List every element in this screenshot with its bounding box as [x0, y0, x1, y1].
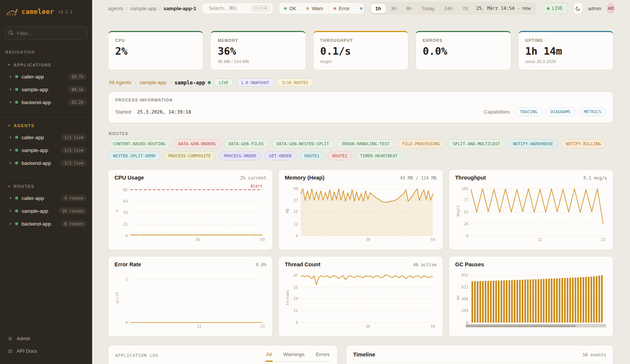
route-chip-route2[interactable]: ROUTE2	[327, 151, 352, 160]
metric-card-uptime[interactable]: UPTIME1h 14msince 25.3.2026	[518, 31, 613, 70]
log-tab-warnings[interactable]: Warnings	[283, 352, 306, 362]
status-filter-running[interactable]: Running	[355, 3, 364, 14]
time-range-7d[interactable]: 7d	[458, 4, 472, 13]
application-log-card: APPLICATION LOG AllWarningsErrors	[108, 345, 338, 364]
avatar[interactable]: AD	[607, 3, 615, 14]
chart-plot: 473524120threads3059	[285, 269, 437, 330]
log-tab-errors[interactable]: Errors	[315, 352, 330, 362]
chart-card-gc-pauses: GC Pauses8156114082040ms2025032514392025…	[449, 256, 613, 337]
sidebar-item-caller-app[interactable]: caller-app4 routes	[0, 192, 92, 204]
route-chip-file-processing[interactable]: FILE-PROCESSING	[397, 139, 445, 148]
time-dash: —	[517, 6, 520, 11]
route-chip-split-and-multicast[interactable]: SPLIT-AND-MULTICAST	[448, 139, 505, 148]
metric-card-memory[interactable]: MEMORY36%45 MB / 124 MB	[210, 31, 306, 70]
time-range-6h[interactable]: 6h	[401, 4, 416, 13]
capability-pill-tracing: TRACING	[515, 108, 542, 116]
sidebar-item-backend-app[interactable]: backend-app32.2k	[0, 96, 92, 109]
global-search[interactable]: Ctrl+K	[202, 3, 273, 14]
route-chip-timer-heartbeat[interactable]: TIMER-HEARTBEAT	[355, 151, 402, 160]
breadcrumb-item[interactable]: sample-app	[130, 6, 157, 11]
time-range-24h[interactable]: 24h	[440, 4, 457, 13]
metric-subtext: msg/s	[320, 59, 401, 64]
app-logo[interactable]: cameleer v3.2.1	[0, 0, 92, 23]
breadcrumb: agents/sample-app/sample-app-1	[108, 6, 196, 11]
sidebar-section-routes: ROUTEScaller-app4 routessample-app16 rou…	[0, 178, 92, 235]
time-range-3h[interactable]: 3h	[386, 4, 401, 13]
agent-link[interactable]: All Agents	[109, 80, 131, 85]
user-name[interactable]: admin	[588, 6, 601, 11]
svg-text:12: 12	[197, 324, 202, 329]
sidebar-section-header-routes[interactable]: ROUTES	[0, 182, 92, 192]
sidebar-item-backend-app[interactable]: backend-app1/1 live	[0, 157, 92, 169]
route-chip-notify-warehouse[interactable]: NOTIFY-WAREHOUSE	[508, 139, 558, 148]
sidebar-item-label: sample-app	[22, 87, 65, 92]
search-icon	[8, 30, 14, 35]
route-chip-list: CONTENT-BASED-ROUTINGDATA-GEN-ORDERSDATA…	[108, 139, 613, 160]
status-filter-error[interactable]: Error	[328, 3, 355, 14]
route-chip-data-gen-nested-split[interactable]: DATA-GEN-NESTED-SPLIT	[272, 139, 334, 148]
sidebar-item-sample-app[interactable]: sample-app16 routes	[0, 204, 92, 217]
sidebar-section-title: ROUTES	[14, 184, 34, 189]
svg-text:85: 85	[123, 188, 128, 192]
route-chip-data-gen-files[interactable]: DATA-GEN-FILES	[224, 139, 269, 148]
route-chip-get-order[interactable]: GET-ORDER	[264, 151, 296, 160]
sidebar-item-badge: 6 routes	[61, 220, 87, 227]
sidebar-item-backend-app[interactable]: backend-app6 routes	[0, 217, 92, 230]
application-log-title: APPLICATION LOG	[115, 353, 158, 362]
sidebar-item-admin[interactable]: Admin	[0, 332, 92, 345]
status-filter-ok[interactable]: OK	[279, 3, 301, 14]
sidebar-item-caller-app[interactable]: caller-app10.7k	[0, 70, 92, 83]
app-name: cameleer	[22, 8, 54, 15]
route-chip-route1[interactable]: ROUTE1	[300, 151, 324, 160]
chart-svg: 493725120MB3059	[285, 182, 437, 243]
chart-title: CPU Usage	[114, 175, 144, 181]
search-input[interactable]	[209, 6, 248, 11]
route-chip-nested-split-demo[interactable]: NESTED-SPLIT-DEMO	[108, 151, 161, 160]
sidebar-item-label: caller-app	[22, 195, 57, 201]
sidebar-footer-label: API Docs	[17, 348, 37, 354]
route-chip-error-handling-test[interactable]: ERROR-HANDLING-TEST	[337, 139, 394, 148]
time-range-today[interactable]: Today	[417, 4, 439, 13]
svg-text:ms: ms	[456, 295, 460, 300]
svg-text:12: 12	[293, 309, 298, 313]
sidebar-item-badge: 1/1 live	[61, 134, 87, 141]
route-chip-data-gen-orders[interactable]: DATA-GEN-ORDERS	[173, 139, 221, 148]
log-tab-all[interactable]: All	[266, 352, 273, 362]
time-from: 25. März 14:54	[476, 6, 514, 11]
metric-card-throughput[interactable]: THROUGHPUT0.1/smsg/s	[313, 31, 408, 70]
agent-link[interactable]: sample-app	[140, 80, 167, 85]
metric-card-cpu[interactable]: CPU2%	[108, 31, 203, 70]
route-chip-process-composite[interactable]: PROCESS-COMPOSITE	[164, 151, 216, 160]
metric-label: ERRORS	[423, 38, 503, 43]
breadcrumb-item[interactable]: agents	[108, 6, 124, 11]
chevron-down-icon	[8, 125, 11, 127]
sidebar-item-sample-app[interactable]: sample-app84.1k	[0, 83, 92, 96]
svg-text:1: 1	[125, 277, 128, 281]
sidebar-item-sample-app[interactable]: sample-app1/1 live	[0, 144, 92, 157]
chevron-down-icon	[8, 64, 11, 66]
timeline-events-count: 50 events	[583, 352, 606, 358]
chevron-down-icon	[8, 186, 11, 187]
status-filter-warn[interactable]: Warn	[301, 3, 328, 14]
sidebar-section-title: AGENTS	[14, 123, 34, 128]
svg-text:59: 59	[431, 324, 435, 329]
list-icon	[8, 349, 13, 354]
metric-card-errors[interactable]: ERRORS0.0%	[415, 31, 511, 70]
chart-current-value: 0.1 msg/s	[584, 175, 607, 181]
sidebar-section-header-agents[interactable]: AGENTS	[0, 121, 92, 131]
sidebar-item-caller-app[interactable]: caller-app1/1 live	[0, 131, 92, 144]
time-range-1h[interactable]: 1h	[371, 4, 386, 13]
route-chip-process-order[interactable]: PROCESS-ORDER	[219, 151, 261, 160]
theme-toggle-button[interactable]	[573, 2, 583, 14]
sidebar-item-api-docs[interactable]: API Docs	[0, 345, 92, 357]
sidebar-section-header-applications[interactable]: APPLICATIONS	[0, 60, 92, 70]
sidebar-section-applications: APPLICATIONScaller-app10.7ksample-app84.…	[0, 57, 92, 113]
chart-header: Memory (Heap)45 MB / 124 MB	[285, 175, 437, 181]
svg-text:12: 12	[293, 222, 298, 226]
svg-text:0: 0	[466, 234, 468, 238]
chart-header: Thread Count46 active	[285, 261, 437, 267]
live-badge[interactable]: LIVE	[542, 3, 568, 14]
route-chip-notify-billing[interactable]: NOTIFY-BILLING	[561, 139, 606, 148]
sidebar-filter-input[interactable]	[5, 26, 88, 40]
route-chip-content-based-routing[interactable]: CONTENT-BASED-ROUTING	[108, 139, 170, 148]
